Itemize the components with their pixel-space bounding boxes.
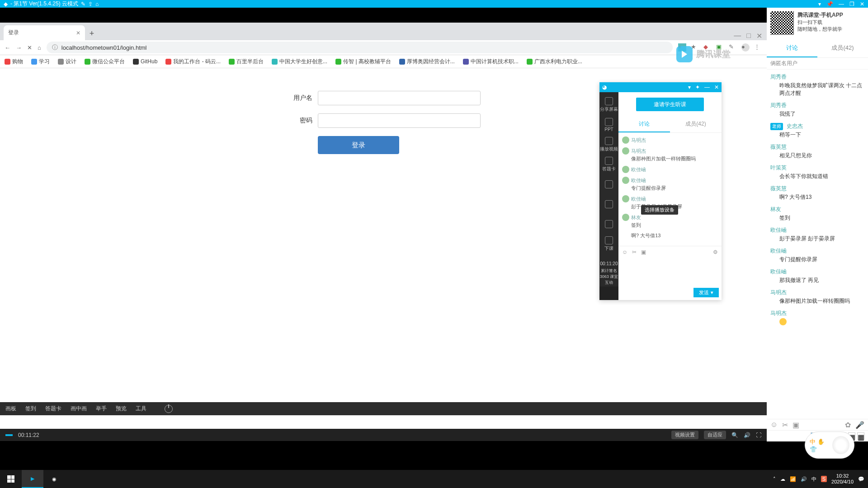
win-maximize-icon[interactable]: □ [746,32,751,40]
bookmark-item[interactable]: 中国计算机技术职... [463,58,519,66]
sidebar-tool[interactable]: PPT [599,115,618,135]
tray-ime-icon[interactable]: 中 [811,476,816,483]
address-bar[interactable]: ⓘ localhost/hometown01/login.html [47,42,673,53]
sidebar-tool[interactable]: 下课 [599,234,618,254]
tray-volume-icon[interactable]: 🔊 [801,476,807,482]
bookmark-item[interactable]: 学习 [31,58,50,66]
rp-message: 叶策英会长等下你就知道错 [770,164,864,180]
reload-icon[interactable]: ✕ [27,44,32,51]
scissors-icon[interactable]: ✂ [632,249,637,255]
tray-wifi-icon[interactable]: 📶 [790,476,796,482]
scissors-icon[interactable]: ✂ [782,421,788,429]
bookmark-item[interactable]: 设计 [58,58,76,66]
volume-icon[interactable]: 🔊 [744,432,750,438]
sidebar-tool[interactable]: 答题卡 [599,155,618,174]
maximize-icon[interactable]: ❐ [849,1,854,7]
chat-tab-members[interactable]: 成员(42) [670,117,722,132]
taskbar-clock[interactable]: 10:32 2020/4/10 [831,473,854,485]
login-button[interactable]: 登录 [318,136,399,154]
toolbar-item[interactable]: 预览 [116,405,127,413]
chat-message: 马明杰 [622,136,718,144]
play-progress[interactable] [5,434,13,436]
home-nav-icon[interactable]: ⌂ [38,44,41,51]
search-icon[interactable]: 🔍 [731,432,738,438]
gear-icon[interactable]: ⚙ [713,249,718,255]
send-dropdown-icon[interactable]: ▾ [711,290,713,296]
bookmark-item[interactable]: 厚博奥因经营会计... [399,58,455,66]
video-quality-button[interactable]: 自适应 [704,431,726,439]
chat-header[interactable]: ◕ ▾ ✦ — ✕ [599,82,722,92]
tray-sogou-icon[interactable]: S [821,476,827,482]
browser-tab[interactable]: 登录 ✕ [4,25,85,40]
send-button[interactable]: 发送▾ [693,288,719,297]
image-icon[interactable]: ▣ [793,421,799,429]
bookmark-item[interactable]: GitHub [133,58,157,65]
forward-icon[interactable]: → [16,44,22,51]
flower-icon[interactable]: ✿ [845,421,851,429]
chat-minimize-icon[interactable]: — [704,84,710,90]
toolbar-item[interactable]: 工具 [136,405,146,413]
rp-message: 马明杰像那种图片加载一样转圈圈吗 [770,289,864,305]
dropdown-icon[interactable]: ▾ [818,1,821,7]
tray-notif-icon[interactable]: 💬 [858,476,864,482]
invite-button[interactable]: 邀请学生听课 [636,98,704,111]
back-icon[interactable]: ← [5,44,10,51]
close-icon[interactable]: ✕ [860,1,864,7]
emoji-icon[interactable]: ☺ [622,249,627,255]
image-icon[interactable]: ▣ [641,249,646,255]
sidebar-tool[interactable]: 播放视频 [599,135,618,155]
taskbar-app[interactable]: ▶ [22,470,43,488]
bookmark-item[interactable]: 传智 | 高校教辅平台 [335,58,391,66]
edit-icon[interactable]: ✎ [81,1,85,7]
fullscreen-icon[interactable]: ⛶ [756,432,761,438]
username-input[interactable] [318,91,481,105]
chat-dropdown-icon[interactable]: ▾ [688,84,691,90]
mic-icon[interactable]: 🎤 [855,421,864,429]
video-settings-button[interactable]: 视频设置 [671,431,698,439]
chat-tab-discuss[interactable]: 讨论 [618,117,670,132]
bookmark-item[interactable]: 广西水利电力职业... [527,58,582,66]
share-icon[interactable]: ⇪ [88,1,93,7]
sidebar-tool[interactable] [599,214,618,234]
home-icon[interactable]: ⌂ [95,1,99,7]
sidebar-tool[interactable] [599,174,618,194]
toolbar-item[interactable]: 举手 [96,405,107,413]
info-icon: ⓘ [52,43,58,52]
pin-icon[interactable]: 📌 [826,1,833,7]
rp-tab-discuss[interactable]: 讨论 [767,39,817,57]
win-minimize-icon[interactable]: — [734,32,741,40]
toolbar-item[interactable]: 答题卡 [45,405,61,413]
chat-textarea[interactable] [618,258,722,285]
bookmark-item[interactable]: 购物 [5,58,23,66]
tool-square[interactable]: ▦ [857,432,864,440]
toolbar-item[interactable]: 画中画 [71,405,87,413]
chat-pin-icon[interactable]: ✦ [695,84,700,90]
rp-message: 欧佳崡那我撤退了 再见 [770,268,864,284]
taskbar-app-obs[interactable]: ◉ [43,470,65,488]
start-button[interactable] [0,470,22,488]
power-icon[interactable] [165,405,173,413]
minimize-icon[interactable]: — [839,1,844,7]
bookmark-item[interactable]: 百里半后台 [229,58,264,66]
new-tab-button[interactable]: + [85,27,99,40]
bookmark-item[interactable]: 中国大学生好创意... [272,58,327,66]
tab-close-icon[interactable]: ✕ [76,30,80,36]
sidebar-tool[interactable]: 分享屏幕 [599,95,618,115]
sidebar-tool[interactable] [599,194,618,214]
password-input[interactable] [318,113,481,128]
avatar-icon[interactable]: ● [741,43,750,52]
floating-chat-window: ◕ ▾ ✦ — ✕ 分享屏幕PPT播放视频答题卡下课 邀请学生听课 讨论 成员(… [599,82,722,300]
bookmark-item[interactable]: 我的工作台 - 码云... [165,58,221,66]
tray-up-icon[interactable]: ˄ [773,476,776,482]
app-promo-sub1: 扫一扫下载 [797,19,843,26]
bookmark-item[interactable]: 微信公众平台 [85,58,125,66]
emoji-icon[interactable]: ☺ [770,421,778,429]
mascot-bubble[interactable]: 中 ✋ 👕 [805,432,854,459]
menu-icon[interactable]: ⋮ [754,43,762,52]
toolbar-item[interactable]: 签到 [25,405,36,413]
rp-tab-members[interactable]: 成员(42) [817,39,868,57]
chat-close-icon[interactable]: ✕ [714,84,719,90]
tray-cloud-icon[interactable]: ☁ [780,476,785,482]
toolbar-item[interactable]: 画板 [5,405,16,413]
win-close-icon[interactable]: ✕ [756,32,762,40]
